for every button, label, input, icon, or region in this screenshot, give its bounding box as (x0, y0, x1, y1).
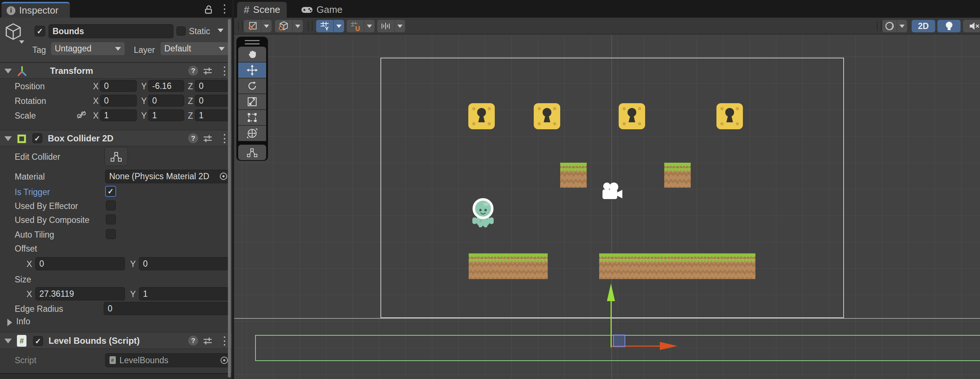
edit-collider-button[interactable] (104, 147, 128, 166)
gizmo-y-arrowhead (607, 284, 615, 301)
axis-z-label: Z (188, 111, 193, 121)
level-bounds-foldout-icon[interactable] (5, 339, 12, 343)
increment-snap-icon (380, 21, 391, 31)
lock-sprite[interactable] (468, 103, 495, 129)
transform-help-icon[interactable]: ? (188, 66, 198, 76)
move-tool-button[interactable] (238, 62, 266, 78)
info-label: Info (16, 317, 30, 327)
script-object-field[interactable]: # LevelBounds (105, 353, 229, 367)
lock-sprite[interactable] (534, 103, 560, 129)
scene-lighting-button[interactable] (937, 20, 961, 32)
shading-mode-button[interactable] (882, 20, 907, 32)
auto-tiling-checkbox[interactable] (106, 229, 116, 239)
overlay-drag-handle[interactable] (245, 40, 259, 44)
broken-link-icon[interactable] (76, 110, 87, 120)
offset-y-field[interactable]: 0 (139, 257, 229, 270)
offset-x-field[interactable]: 0 (35, 257, 125, 270)
scale-label: Scale (15, 111, 36, 121)
edge-radius-field[interactable]: 0 (103, 302, 229, 315)
snap-to-grid-button[interactable] (347, 20, 375, 32)
scene-audio-button[interactable] (963, 20, 980, 32)
used-by-effector-checkbox[interactable] (106, 200, 116, 211)
level-bounds-presets-icon[interactable] (203, 336, 212, 345)
material-picker-icon[interactable] (219, 172, 228, 181)
handle-rotation-button[interactable] (275, 20, 303, 32)
ground-platform-wide[interactable] (469, 254, 548, 279)
transform-header[interactable]: Transform ? ⋮ (0, 62, 232, 79)
material-value: None (Physics Material 2D (109, 171, 209, 181)
size-x-field[interactable]: 27.36119 (35, 287, 125, 300)
transform-tool-button[interactable] (238, 125, 266, 141)
tool-handle-position-button[interactable] (244, 20, 272, 32)
view-hand-tool-button[interactable] (238, 47, 266, 62)
tab-game[interactable]: Game (294, 2, 349, 17)
tag-dropdown[interactable]: Untagged (51, 42, 125, 56)
edit-collider-label: Edit Collider (15, 152, 60, 162)
scale-z-field[interactable]: 1 (195, 109, 229, 121)
box-collider-help-icon[interactable]: ? (188, 133, 198, 143)
ground-platform-small[interactable] (560, 163, 587, 188)
offset-x-label: X (27, 259, 32, 269)
inspector-scrollbar[interactable] (228, 19, 231, 377)
scale-tool-button[interactable] (238, 94, 266, 109)
tab-inspector[interactable]: i Inspector (2, 2, 70, 17)
rect-tool-button[interactable] (238, 110, 266, 125)
transform-foldout-icon[interactable] (5, 69, 12, 73)
gameobject-cube-icon[interactable] (4, 22, 23, 41)
layer-dropdown-arrow (219, 47, 224, 51)
position-z-field[interactable]: 0 (195, 80, 229, 92)
rotation-x-field[interactable]: 0 (100, 95, 137, 106)
increment-snap-button[interactable] (377, 20, 405, 32)
mode-2d-button[interactable]: 2D (912, 20, 935, 32)
toolbar-drag-handle[interactable] (238, 21, 243, 31)
box-collider-header[interactable]: ✓ Box Collider 2D ? ⋮ (0, 130, 232, 146)
layer-dropdown[interactable]: Default (160, 42, 229, 56)
increment-snap-dropdown-arrow (398, 25, 402, 28)
rotation-z-field[interactable]: 0 (195, 95, 229, 106)
gizmo-y-axis-arrow[interactable] (611, 300, 612, 347)
gameobject-icon-dropdown-arrow[interactable] (19, 40, 24, 44)
scale-x-field[interactable]: 1 (100, 109, 137, 121)
static-checkbox[interactable] (177, 27, 186, 36)
scale-y-field[interactable]: 1 (148, 109, 184, 121)
info-foldout-icon[interactable] (7, 319, 12, 326)
box-collider-enabled-checkbox[interactable]: ✓ (32, 133, 42, 143)
ground-platform-wide[interactable] (599, 254, 756, 279)
gizmo-xy-plane-handle[interactable] (613, 335, 625, 347)
box-collider-foldout-icon[interactable] (5, 136, 12, 141)
lock-sprite[interactable] (716, 103, 743, 129)
level-bounds-enabled-checkbox[interactable]: ✓ (33, 336, 43, 346)
is-trigger-checkbox[interactable]: ✓ (105, 186, 116, 197)
level-bounds-help-icon[interactable]: ? (188, 336, 198, 346)
unlock-icon[interactable] (204, 5, 213, 14)
level-bounds-header[interactable]: # ✓ Level Bounds (Script) ? ⋮ (0, 332, 232, 349)
position-x-field[interactable]: 0 (100, 80, 137, 92)
lock-sprite[interactable] (619, 103, 645, 129)
rotate-tool-button[interactable] (238, 78, 266, 94)
edit-collider-tool-button[interactable] (238, 145, 266, 160)
tab-scene[interactable]: # Scene (237, 2, 287, 17)
gameobject-active-checkbox[interactable]: ✓ (35, 26, 45, 36)
size-y-field[interactable]: 1 (139, 287, 229, 300)
static-dropdown-arrow[interactable] (218, 29, 223, 32)
ground-platform-small[interactable] (664, 163, 691, 188)
unity-editor-window: i Inspector ⋮ ✓ Bounds Static Ta (0, 0, 980, 379)
gameobject-name-field[interactable]: Bounds (49, 24, 173, 38)
size-label: Size (15, 275, 31, 285)
shaded-sphere-icon (885, 21, 894, 31)
collider-edit-tool-icon (246, 147, 258, 157)
grid-snapping-button[interactable]: Y (316, 20, 344, 32)
used-by-composite-checkbox[interactable] (106, 214, 116, 224)
edge-radius-label: Edge Radius (15, 304, 63, 314)
rotation-y-field[interactable]: 0 (148, 95, 184, 106)
grid-snap-icon: Y (320, 21, 330, 31)
scene-canvas[interactable] (234, 35, 980, 379)
material-object-field[interactable]: None (Physics Material 2D (105, 170, 229, 183)
camera-gizmo-icon[interactable] (602, 182, 623, 200)
inspector-menu-kebab-icon[interactable]: ⋮ (219, 3, 230, 14)
rect-tool-icon (247, 113, 257, 123)
transform-presets-icon[interactable] (203, 67, 212, 75)
box-collider-presets-icon[interactable] (203, 134, 212, 143)
position-y-field[interactable]: -6.16 (148, 80, 184, 92)
player-character-sprite[interactable] (472, 198, 500, 227)
